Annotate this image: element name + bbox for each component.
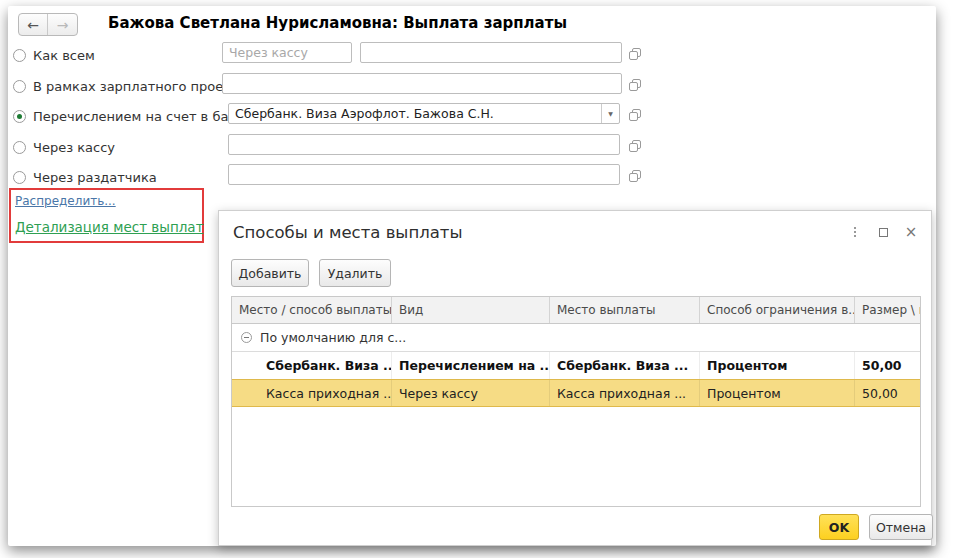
chevron-down-icon: ▼ [608, 110, 613, 117]
column-header-place[interactable]: Место выплаты [550, 297, 700, 323]
radio-icon[interactable] [13, 141, 26, 154]
ok-button[interactable]: OK [819, 514, 859, 540]
table-cell[interactable]: Касса приходная ... [232, 380, 392, 406]
cancel-button[interactable]: Отмена [869, 514, 933, 540]
open-picker-icon[interactable] [628, 168, 642, 182]
forward-arrow-icon: → [57, 17, 69, 33]
table-cell[interactable]: 50,00 [855, 380, 920, 406]
option-label: В рамках зарплатного проекта [33, 79, 247, 94]
column-header-size[interactable]: Размер \ пр... [855, 297, 920, 323]
option-all-employees[interactable]: Как всем [13, 46, 95, 64]
cash-desk-input[interactable] [228, 134, 620, 155]
table-row-selected[interactable]: Касса приходная ... Через кассу Касса пр… [232, 379, 920, 407]
group-row-label: По умолчанию для с... [260, 330, 406, 345]
all-method-input[interactable] [222, 42, 352, 63]
option-label: Через кассу [33, 140, 115, 155]
page-title: Бажова Светлана Нурисламовна: Выплата за… [108, 14, 567, 32]
radio-icon[interactable] [13, 171, 26, 184]
nav-forward-button[interactable]: → [48, 14, 77, 35]
table-cell[interactable]: Процентом [700, 352, 855, 379]
column-header-kind[interactable]: Вид [392, 297, 550, 323]
distributor-input[interactable] [228, 164, 620, 185]
column-header-limit-method[interactable]: Способ ограничения в... [700, 297, 855, 323]
table-cell[interactable]: Касса приходная ... [550, 380, 700, 406]
option-cash-desk[interactable]: Через кассу [13, 138, 115, 156]
app-window: ← → Бажова Светлана Нурисламовна: Выплат… [8, 6, 936, 546]
table-cell[interactable]: Сбербанк. Виза ... [550, 352, 700, 379]
table-cell[interactable]: Сбербанк. Виза ... [232, 352, 392, 379]
payout-table: Место / способ выплаты Вид Место выплаты… [231, 296, 921, 507]
open-picker-icon[interactable] [628, 77, 642, 91]
dropdown-button[interactable]: ▼ [601, 104, 619, 123]
open-picker-icon[interactable] [628, 46, 642, 60]
table-header: Место / способ выплаты Вид Место выплаты… [232, 297, 920, 324]
option-bank-account[interactable]: Перечислением на счет в банке [13, 107, 253, 125]
delete-button[interactable]: Удалить [319, 259, 391, 287]
back-arrow-icon: ← [27, 17, 39, 33]
table-row[interactable]: Сбербанк. Виза ... Перечислением на ... … [232, 352, 920, 379]
more-menu-button[interactable] [847, 224, 863, 240]
column-header-place-method[interactable]: Место / способ выплаты [232, 297, 392, 323]
open-picker-icon[interactable] [628, 107, 642, 121]
bank-account-value: Сбербанк. Виза Аэрофлот. Бажова С.Н. [229, 106, 601, 121]
table-cell[interactable]: Через кассу [392, 380, 550, 406]
table-cell[interactable]: 50,00 [855, 352, 920, 379]
close-icon: × [905, 223, 918, 241]
table-cell[interactable]: Процентом [700, 380, 855, 406]
table-cell[interactable]: Перечислением на ... [392, 352, 550, 379]
option-salary-project[interactable]: В рамках зарплатного проекта [13, 77, 247, 95]
maximize-button[interactable] [875, 224, 891, 240]
salary-project-input[interactable] [222, 73, 622, 94]
option-label: Как всем [33, 48, 95, 63]
all-place-input[interactable] [360, 42, 622, 63]
bank-account-combobox[interactable]: Сбербанк. Виза Аэрофлот. Бажова С.Н. ▼ [228, 103, 620, 124]
radio-icon[interactable] [13, 80, 26, 93]
detail-places-link[interactable]: Детализация мест выплат [15, 219, 204, 235]
nav-back-button[interactable]: ← [19, 14, 48, 35]
dialog-title: Способы и места выплаты [233, 223, 462, 242]
radio-icon-selected[interactable] [13, 110, 26, 123]
option-label: Через раздатчика [33, 170, 157, 185]
radio-icon[interactable] [13, 49, 26, 62]
collapse-icon[interactable] [241, 332, 252, 343]
option-label: Перечислением на счет в банке [33, 109, 253, 124]
more-icon [854, 227, 856, 237]
open-picker-icon[interactable] [628, 138, 642, 152]
add-button[interactable]: Добавить [231, 259, 309, 287]
group-row[interactable]: По умолчанию для с... [232, 324, 920, 352]
option-distributor[interactable]: Через раздатчика [13, 168, 157, 186]
payout-methods-dialog: Способы и места выплаты × Добавить Удали… [218, 210, 932, 546]
distribute-link[interactable]: Распределить... [15, 194, 116, 208]
nav-button-group: ← → [18, 13, 78, 36]
maximize-icon [879, 228, 888, 237]
close-button[interactable]: × [903, 224, 919, 240]
